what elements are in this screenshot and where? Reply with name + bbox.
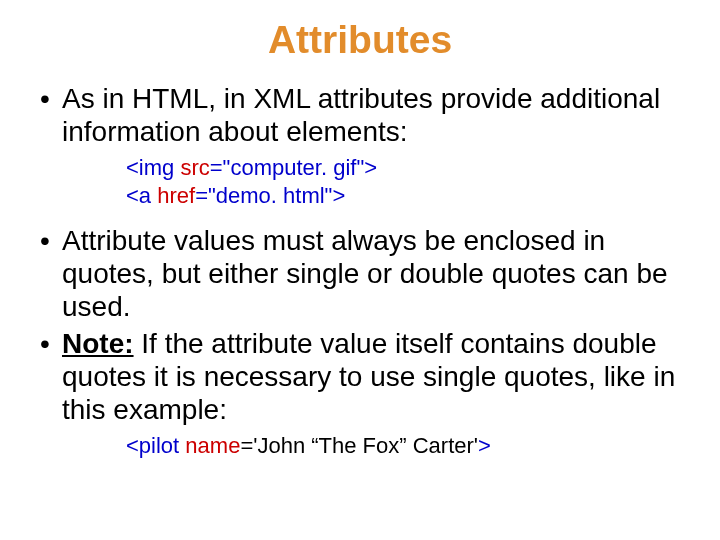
- angle-open: <: [126, 183, 139, 208]
- note-label: Note:: [62, 328, 134, 359]
- bullet-3-text: If the attribute value itself contains d…: [62, 328, 675, 425]
- angle-open: <: [126, 155, 139, 180]
- code-line-3: <pilot name='John “The Fox” Carter'>: [126, 432, 684, 460]
- bullet-1-text: As in HTML, in XML attributes provide ad…: [62, 83, 660, 147]
- tag-name: img: [139, 155, 174, 180]
- code-line-2: <a href="demo. html">: [126, 182, 684, 210]
- bullet-item-3: Note: If the attribute value itself cont…: [36, 327, 684, 460]
- bullet-list: As in HTML, in XML attributes provide ad…: [36, 82, 684, 459]
- bullet-item-2: Attribute values must always be enclosed…: [36, 224, 684, 323]
- code-block-2: <pilot name='John “The Fox” Carter'>: [126, 432, 684, 460]
- angle-close: >: [364, 155, 377, 180]
- angle-close: >: [478, 433, 491, 458]
- bullet-item-1: As in HTML, in XML attributes provide ad…: [36, 82, 684, 210]
- attr-value: ="demo. html": [195, 183, 332, 208]
- angle-open: <: [126, 433, 139, 458]
- slide: Attributes As in HTML, in XML attributes…: [0, 0, 720, 540]
- bullet-2-text: Attribute values must always be enclosed…: [62, 225, 668, 322]
- attr-value: ='John “The Fox” Carter': [240, 433, 478, 458]
- tag-name: a: [139, 183, 151, 208]
- code-line-1: <img src="computer. gif">: [126, 154, 684, 182]
- slide-title: Attributes: [36, 18, 684, 62]
- attr-name: href: [151, 183, 195, 208]
- angle-close: >: [332, 183, 345, 208]
- tag-name: pilot: [139, 433, 179, 458]
- attr-name: src: [174, 155, 209, 180]
- attr-value: ="computer. gif": [210, 155, 364, 180]
- code-block-1: <img src="computer. gif"> <a href="demo.…: [126, 154, 684, 209]
- attr-name: name: [179, 433, 240, 458]
